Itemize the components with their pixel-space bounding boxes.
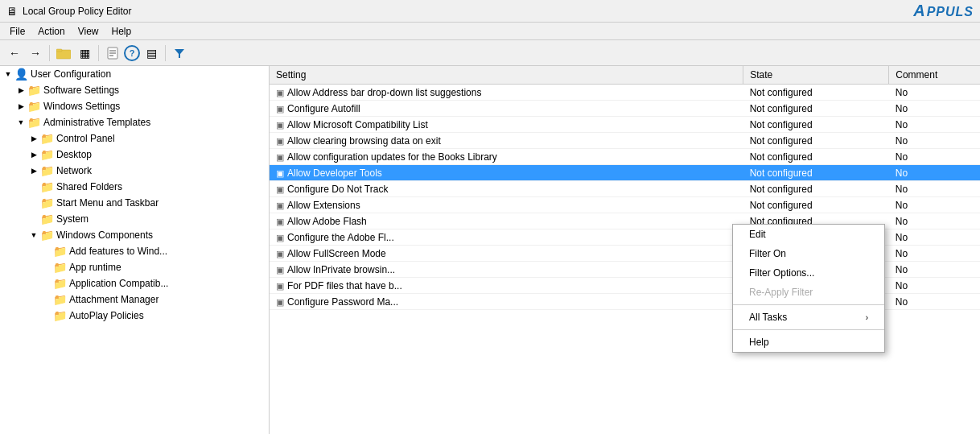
folder-icon: 📁 [40, 213, 54, 225]
folder-icon: 📁 [53, 245, 67, 258]
cell-comment: No [889, 262, 980, 278]
menu-file[interactable]: File [3, 24, 31, 39]
toolbar-separator-1 [49, 45, 50, 61]
back-button[interactable]: ← [5, 43, 24, 63]
table-row[interactable]: ▣Configure AutofillNot configuredNo [270, 101, 980, 117]
folder-button[interactable] [54, 43, 73, 63]
submenu-arrow-icon: › [866, 313, 868, 322]
tree-toggle[interactable]: ▼ [27, 229, 40, 242]
tree-toggle[interactable]: ▶ [27, 132, 40, 145]
table-row[interactable]: ▣Allow Developer ToolsNot configuredNo [270, 165, 980, 181]
cell-state: Not configured [743, 85, 889, 101]
tree-item-desktop[interactable]: ▶ 📁 Desktop [0, 147, 269, 163]
tree-item-windows-components[interactable]: ▼ 📁 Windows Components [0, 227, 269, 243]
cell-setting: ▣Allow InPrivate browsin... [270, 262, 743, 278]
setting-icon: ▣ [276, 297, 284, 308]
cell-state: Not configured [743, 101, 889, 117]
menu-action[interactable]: Action [31, 24, 71, 39]
folder-icon: 📁 [53, 293, 67, 306]
tree-label: Network [56, 165, 92, 176]
tree-toggle[interactable]: ▶ [27, 164, 40, 177]
help-button[interactable]: ? [124, 45, 140, 61]
cell-comment: No [889, 294, 980, 310]
tree-label: Add features to Wind... [69, 246, 167, 257]
tree-label: Software Settings [43, 85, 119, 96]
table-row[interactable]: ▣Allow configuration updates for the Boo… [270, 149, 980, 165]
cell-setting: ▣Allow clearing browsing data on exit [270, 133, 743, 149]
tree-item-windows-settings[interactable]: ▶ 📁 Windows Settings [0, 98, 269, 114]
grid-view-button[interactable]: ▦ [75, 43, 94, 63]
setting-icon: ▣ [276, 168, 284, 179]
col-header-setting[interactable]: Setting [270, 66, 743, 85]
properties-button[interactable] [103, 43, 122, 63]
cell-setting: ▣Allow FullScreen Mode [270, 246, 743, 262]
tree-label: Windows Components [56, 229, 153, 241]
tree-item-admin-templates[interactable]: ▼ 📁 Administrative Templates [0, 114, 269, 130]
svg-marker-6 [175, 49, 184, 58]
setting-icon: ▣ [276, 120, 284, 130]
cell-state: Not configured [743, 181, 889, 197]
col-header-state[interactable]: State [743, 66, 889, 85]
tree-scroll: ▼ 👤 User Configuration ▶ 📁 Software Sett… [0, 66, 269, 324]
context-menu-edit[interactable]: Edit [733, 225, 884, 244]
cell-setting: ▣Allow Microsoft Compatibility List [270, 117, 743, 133]
table-row[interactable]: ▣Allow clearing browsing data on exitNot… [270, 133, 980, 149]
tree-item-shared-folders[interactable]: ▶ 📁 Shared Folders [0, 179, 269, 195]
tree-item-system[interactable]: ▶ 📁 System [0, 211, 269, 227]
tree-panel: ▼ 👤 User Configuration ▶ 📁 Software Sett… [0, 66, 270, 434]
tree-item-autoplay[interactable]: ▶ 📁 AutoPlay Policies [0, 308, 269, 324]
all-tasks-label: All Tasks [749, 312, 787, 323]
extended-view-button[interactable]: ▤ [142, 43, 161, 63]
tree-item-start-menu[interactable]: ▶ 📁 Start Menu and Taskbar [0, 195, 269, 211]
col-header-comment[interactable]: Comment [889, 66, 980, 85]
menu-view[interactable]: View [72, 24, 105, 39]
cell-setting: ▣Allow configuration updates for the Boo… [270, 149, 743, 165]
cell-comment: No [889, 197, 980, 213]
tree-item-app-runtime[interactable]: ▶ 📁 App runtime [0, 259, 269, 275]
table-row[interactable]: ▣Allow Address bar drop-down list sugges… [270, 85, 980, 101]
context-menu-separator-2 [733, 329, 884, 330]
tree-item-user-config[interactable]: ▼ 👤 User Configuration [0, 66, 269, 82]
tree-label: System [56, 213, 89, 225]
filter-button[interactable] [170, 43, 189, 63]
context-menu-filter-on[interactable]: Filter On [733, 244, 884, 263]
setting-icon: ▣ [276, 136, 284, 147]
cell-comment: No [889, 213, 980, 229]
context-menu-all-tasks[interactable]: All Tasks › [733, 308, 884, 327]
context-menu-help[interactable]: Help [733, 333, 884, 352]
table-row[interactable]: ▣Allow ExtensionsNot configuredNo [270, 197, 980, 213]
cell-comment: No [889, 165, 980, 181]
folder-icon: 📁 [40, 196, 54, 209]
tree-item-network[interactable]: ▶ 📁 Network [0, 163, 269, 179]
cell-setting: ▣For PDF files that have b... [270, 278, 743, 294]
tree-toggle[interactable]: ▼ [2, 68, 14, 81]
table-row[interactable]: ▣Configure Do Not TrackNot configuredNo [270, 181, 980, 197]
setting-icon: ▣ [276, 281, 284, 291]
logo: APPULS [913, 2, 974, 20]
tree-item-add-features[interactable]: ▶ 📁 Add features to Wind... [0, 243, 269, 259]
cell-state: Not configured [743, 149, 889, 165]
tree-item-software-settings[interactable]: ▶ 📁 Software Settings [0, 82, 269, 98]
table-row[interactable]: ▣Allow Microsoft Compatibility ListNot c… [270, 117, 980, 133]
forward-button[interactable]: → [26, 43, 45, 63]
tree-toggle[interactable]: ▶ [14, 84, 27, 97]
tree-item-control-panel[interactable]: ▶ 📁 Control Panel [0, 130, 269, 147]
tree-toggle[interactable]: ▶ [14, 100, 27, 113]
cell-setting: ▣Allow Extensions [270, 197, 743, 213]
folder-icon: 📁 [53, 261, 67, 274]
cell-setting: ▣Configure Do Not Track [270, 181, 743, 197]
tree-toggle[interactable]: ▶ [27, 148, 40, 161]
tree-item-app-compat[interactable]: ▶ 📁 Application Compatib... [0, 275, 269, 291]
setting-icon: ▣ [276, 200, 284, 211]
context-menu-filter-options[interactable]: Filter Options... [733, 263, 884, 283]
cell-setting: ▣Configure Password Ma... [270, 294, 743, 310]
right-panel: Setting State Comment ▣Allow Address bar… [270, 66, 980, 434]
cell-state: Not configured [743, 165, 889, 181]
cell-setting: ▣Allow Address bar drop-down list sugges… [270, 85, 743, 101]
folder-icon: 📁 [40, 132, 54, 145]
tree-toggle[interactable]: ▼ [14, 116, 27, 129]
tree-item-attachment-manager[interactable]: ▶ 📁 Attachment Manager [0, 291, 269, 308]
toolbar-separator-3 [165, 45, 166, 61]
setting-icon: ▣ [276, 152, 284, 163]
menu-help[interactable]: Help [105, 24, 138, 39]
